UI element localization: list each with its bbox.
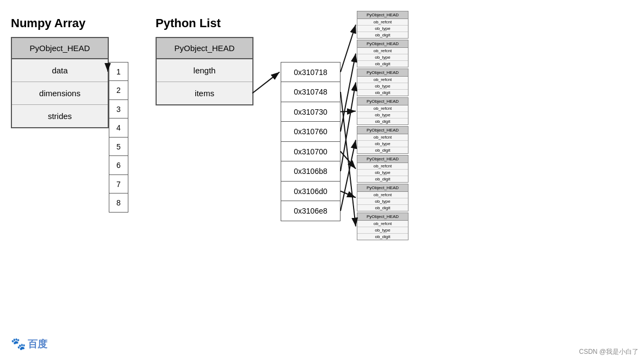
watermark: 🐾 百度: [11, 337, 47, 351]
csdn-label: CSDN @我是小白了: [579, 347, 639, 357]
numpy-title: Numpy Array: [11, 16, 85, 30]
num-2: 2: [109, 80, 128, 100]
right-box-3: PyObject_HEAD ob_refcnt ob_type ob_digit: [357, 97, 408, 125]
address-column: 0x310718 0x310748 0x310730 0x310760 0x31…: [281, 63, 340, 221]
python-title: Python List: [156, 16, 221, 30]
num-5: 5: [109, 137, 128, 157]
python-header: PyObject_HEAD: [157, 38, 252, 59]
num-3: 3: [109, 99, 128, 119]
right-box-1: PyObject_HEAD ob_refcnt ob_type ob_digit: [357, 40, 408, 67]
watermark-text: 百度: [28, 338, 47, 351]
numpy-row-data: data: [12, 59, 108, 82]
num-8: 8: [109, 193, 128, 213]
numpy-box: PyObject_HEAD data dimensions strides: [11, 37, 109, 128]
numpy-header: PyObject_HEAD: [12, 38, 108, 59]
addr-0: 0x310718: [281, 62, 340, 83]
num-1: 1: [109, 62, 128, 82]
numpy-section: Numpy Array PyObject_HEAD data dimension…: [11, 16, 109, 128]
main-container: Numpy Array PyObject_HEAD data dimension…: [0, 0, 644, 362]
right-box-2: PyObject_HEAD ob_refcnt ob_type ob_digit: [357, 68, 408, 96]
right-box-6: PyObject_HEAD ob_refcnt ob_type ob_digit: [357, 184, 408, 211]
python-section: Python List PyObject_HEAD length items: [156, 16, 253, 105]
addr-6: 0x3106d0: [281, 181, 340, 202]
right-column: PyObject_HEAD ob_refcnt ob_type ob_digit…: [357, 11, 408, 241]
python-row-items: items: [157, 82, 252, 104]
addr-3: 0x310760: [281, 121, 340, 142]
addr-1: 0x310748: [281, 82, 340, 102]
addr-7: 0x3106e8: [281, 201, 340, 221]
python-box: PyObject_HEAD length items: [156, 37, 253, 105]
python-row-length: length: [157, 59, 252, 82]
number-column: 1 2 3 4 5 6 7 8: [109, 63, 128, 213]
addr-5: 0x3106b8: [281, 161, 340, 182]
numpy-row-strides: strides: [12, 105, 108, 127]
numpy-row-dimensions: dimensions: [12, 82, 108, 105]
addr-2: 0x310730: [281, 102, 340, 122]
right-box-7: PyObject_HEAD ob_refcnt ob_type ob_digit: [357, 213, 408, 240]
num-7: 7: [109, 174, 128, 194]
baidu-icon: 🐾: [11, 337, 26, 351]
addr-4: 0x310700: [281, 141, 340, 162]
right-box-5: PyObject_HEAD ob_refcnt ob_type ob_digit: [357, 155, 408, 183]
num-4: 4: [109, 118, 128, 138]
num-6: 6: [109, 155, 128, 175]
right-box-0: PyObject_HEAD ob_refcnt ob_type ob_digit: [357, 11, 408, 39]
right-box-4: PyObject_HEAD ob_refcnt ob_type ob_digit: [357, 126, 408, 154]
